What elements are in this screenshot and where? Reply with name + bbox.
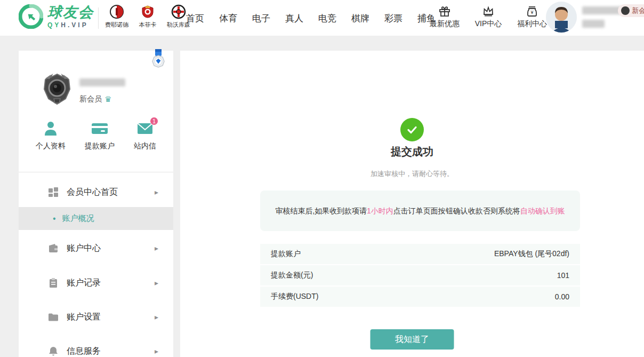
crown-icon: [482, 5, 495, 18]
balance-blur-line: [582, 20, 605, 28]
brand-name: 球友会: [47, 5, 94, 20]
feyenoord-crest-icon: [109, 4, 124, 19]
chevron-right-icon: ▸: [155, 347, 158, 355]
bullet-icon: •: [53, 214, 56, 224]
sponsor-logos: 费耶诺德 本菲卡 勒沃库森: [104, 4, 191, 29]
withdrawal-details: 提款账户 EBPAY钱包 (尾号02df) 提款金额(元) 101 手续费(US…: [260, 244, 580, 308]
sponsor-feyenoord: 费耶诺德: [104, 4, 129, 29]
gift-icon: [438, 5, 451, 18]
sidebar-item-message-service[interactable]: 信息服务 ▸: [19, 339, 173, 357]
brand-domain: QYH.VIP: [47, 22, 94, 28]
mail-icon: 1: [137, 120, 153, 137]
detail-row-account: 提款账户 EBPAY钱包 (尾号02df): [260, 244, 580, 264]
username-blur-line: [582, 6, 622, 14]
sidebar-shortcuts: 个人资料 提款账户 1: [19, 120, 173, 151]
notice-text: 审核结束后,如果收到款项请1小时内点击订单页面按钮确认收款否则系统将自动确认到账: [275, 205, 565, 217]
nav-lottery[interactable]: 彩票: [384, 12, 402, 25]
sidebar-item-member-home[interactable]: 会员中心首页 ▸: [19, 180, 173, 204]
detail-row-fee: 手续费(USDT) 0.00: [260, 287, 580, 307]
coin-jar-icon: ¥: [526, 5, 538, 18]
unread-count-badge: 1: [150, 117, 158, 125]
header-divider: [98, 7, 99, 29]
person-icon: [43, 120, 58, 137]
member-emblem-avatar[interactable]: [39, 71, 75, 107]
vip-center-link[interactable]: VIP中心: [473, 5, 503, 29]
wallet-icon: [48, 243, 59, 253]
member-sidebar: 新会员 ♛ 个人资料: [19, 51, 173, 357]
sidebar-item-account-settings[interactable]: 账户设置 ▸: [19, 305, 173, 329]
brand-logo-icon: [19, 4, 43, 29]
user-avatar[interactable]: [546, 2, 577, 33]
sponsor-benfica: 本菲卡: [135, 4, 160, 29]
member-level-label: 新会员: [79, 94, 102, 104]
level-medal-icon: [621, 6, 630, 15]
nav-sports[interactable]: 体育: [219, 12, 237, 25]
sidebar-divider: [19, 172, 173, 172]
success-title: 提交成功: [180, 145, 644, 159]
nav-slots[interactable]: 电子: [252, 12, 270, 25]
username-redacted[interactable]: [582, 6, 622, 28]
page: 球友会 QYH.VIP 费耶诺德 本: [0, 0, 644, 357]
sidebar-username-redacted: [79, 78, 125, 86]
clipboard-icon: [48, 277, 59, 288]
benfica-crest-icon: [140, 4, 155, 19]
nav-poker[interactable]: 棋牌: [351, 12, 369, 25]
success-check-icon: [400, 118, 424, 141]
notice-highlight-auto: 自动确认到账: [520, 207, 565, 215]
detail-row-amount: 提款金额(元) 101: [260, 265, 580, 285]
inbox-shortcut[interactable]: 1 站内信: [134, 120, 156, 151]
brand-logo[interactable]: 球友会 QYH.VIP: [19, 4, 94, 29]
bank-card-icon: [91, 120, 108, 137]
svg-text:¥: ¥: [530, 10, 534, 15]
latest-promos-link[interactable]: 最新优惠: [430, 5, 460, 29]
profile-shortcut[interactable]: 个人资料: [36, 120, 66, 151]
bell-icon: [48, 346, 59, 356]
vip-medal-icon: [150, 49, 167, 72]
success-subtitle: 加速审核中，请耐心等待。: [180, 169, 644, 179]
crown-icon: ♛: [104, 94, 111, 104]
brand-text: 球友会 QYH.VIP: [47, 5, 94, 28]
folder-icon: [48, 312, 59, 322]
confirm-button[interactable]: 我知道了: [371, 329, 454, 350]
leverkusen-crest-icon: [171, 4, 186, 19]
member-level-badge: 新会员: [618, 4, 644, 17]
chevron-right-icon: ▸: [155, 188, 158, 196]
chevron-right-icon: ▸: [155, 279, 158, 287]
sidebar-item-account-records[interactable]: 账户记录 ▸: [19, 271, 173, 295]
sidebar-subitem-account-overview[interactable]: • 账户概况: [19, 207, 173, 230]
withdraw-account-shortcut[interactable]: 提款账户: [85, 120, 115, 151]
member-level-row: 新会员 ♛: [79, 94, 111, 104]
sidebar-item-account-center[interactable]: 账户中心 ▸: [19, 236, 173, 260]
nav-home[interactable]: 首页: [186, 12, 204, 25]
chevron-right-icon: ▸: [155, 313, 158, 321]
main-nav: 首页 体育 电子 真人 电竞 棋牌 彩票 捕鱼: [186, 0, 436, 36]
top-navbar: 球友会 QYH.VIP 费耶诺德 本: [0, 0, 644, 36]
nav-esports[interactable]: 电竞: [318, 12, 336, 25]
nav-live[interactable]: 真人: [285, 12, 303, 25]
confirmation-notice: 审核结束后,如果收到款项请1小时内点击订单页面按钮确认收款否则系统将自动确认到账: [260, 191, 580, 231]
content-panel: 提交成功 加速审核中，请耐心等待。 审核结束后,如果收到款项请1小时内点击订单页…: [180, 51, 644, 357]
chevron-right-icon: ▸: [155, 244, 158, 252]
grid-icon: [48, 187, 59, 197]
notice-highlight-time: 1小时内: [367, 207, 393, 215]
header-quick-links: 最新优惠 VIP中心 ¥ 福利中心: [430, 5, 547, 29]
avatar-photo: [546, 2, 577, 33]
welfare-center-link[interactable]: ¥ 福利中心: [517, 5, 547, 29]
